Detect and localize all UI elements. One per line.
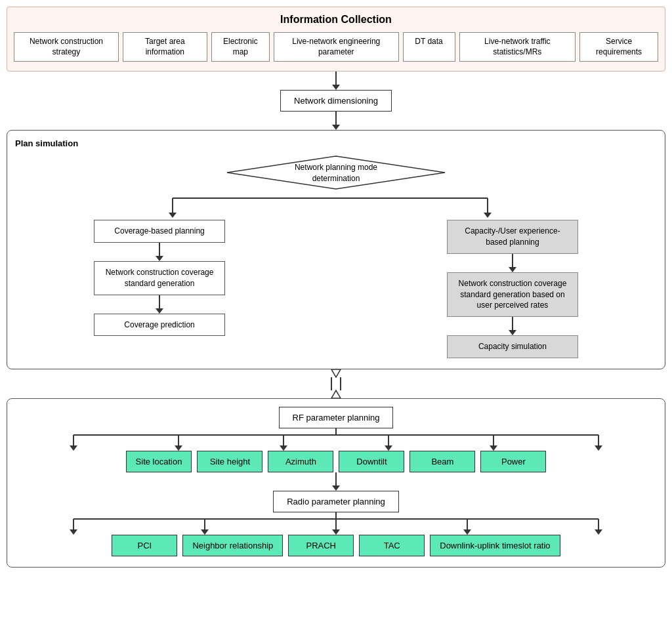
svg-marker-48	[332, 529, 340, 535]
info-box-3: Live-network engineering parameter	[274, 32, 399, 62]
svg-marker-52	[595, 529, 602, 535]
svg-marker-32	[280, 445, 287, 451]
svg-marker-40	[332, 486, 340, 491]
neighbor-relationship: Neighbor relationship	[182, 535, 283, 556]
info-boxes-row: Network construction strategy Target are…	[14, 32, 658, 62]
info-box-5: Live-network traffic statistics/MRs	[459, 32, 576, 62]
arrow-to-plan	[329, 112, 343, 130]
left-col: Coverage-based planning Network construc…	[15, 220, 304, 358]
info-box-0: Network construction strategy	[14, 32, 119, 62]
downtilt: Downtilt	[339, 451, 404, 472]
diamond-branches	[15, 198, 645, 218]
info-box-4: DT data	[403, 32, 455, 62]
arrow-right-2	[506, 317, 519, 335]
svg-marker-44	[70, 529, 77, 535]
prach: PRACH	[288, 535, 354, 556]
beam: Beam	[410, 451, 475, 472]
coverage-prediction: Coverage prediction	[94, 314, 225, 337]
svg-marker-4	[227, 156, 445, 189]
capacity-simulation: Capacity simulation	[447, 335, 578, 358]
rf-section: RF parameter planning	[7, 398, 665, 568]
coverage-std-user-rates: Network construction coverage standard g…	[447, 272, 578, 317]
plan-sim-cols: Coverage-based planning Network construc…	[15, 220, 657, 358]
svg-marker-16	[156, 308, 163, 314]
plan-simulation-section: Plan simulation Network planning mode de…	[7, 130, 665, 369]
right-col: Capacity-/User experience-based planning…	[368, 220, 657, 358]
arrow-to-dim	[329, 72, 343, 90]
diamond-container: Network planning mode determination	[15, 154, 657, 192]
svg-marker-28	[70, 445, 77, 451]
svg-marker-24	[331, 390, 341, 398]
power: Power	[480, 451, 546, 472]
svg-marker-12	[484, 213, 492, 218]
info-box-6: Service requirements	[579, 32, 658, 62]
radio-branch-svg	[21, 512, 651, 535]
svg-marker-36	[490, 445, 497, 451]
radio-param-planning: Radio parameter planning	[273, 491, 399, 512]
site-location: Site location	[126, 451, 192, 472]
rf-green-boxes: Site location Site height Azimuth Downti…	[126, 451, 547, 472]
section-title: Information Collection	[280, 14, 392, 26]
rf-branch-svg	[21, 428, 651, 451]
info-collection-section: Information Collection Network construct…	[7, 7, 665, 72]
svg-marker-18	[509, 267, 516, 272]
coverage-standard-gen: Network construction coverage standard g…	[94, 261, 225, 295]
svg-marker-21	[331, 369, 341, 377]
svg-marker-9	[169, 213, 177, 218]
rf-param-planning: RF parameter planning	[279, 407, 394, 428]
info-box-1: Target area information	[123, 32, 207, 62]
svg-text:determination: determination	[312, 174, 360, 183]
arrow-right-1	[506, 254, 519, 272]
radio-green-boxes: PCI Neighbor relationship PRACH TAC Down…	[112, 535, 560, 556]
svg-marker-50	[463, 529, 471, 535]
diamond-svg: Network planning mode determination	[224, 154, 448, 192]
arrow-to-radio	[329, 472, 343, 491]
svg-text:Network planning mode: Network planning mode	[295, 163, 377, 172]
info-box-2: Electronic map	[211, 32, 270, 62]
coverage-based-planning: Coverage-based planning	[94, 220, 225, 243]
capacity-user-exp: Capacity-/User experience-based planning	[447, 220, 578, 254]
svg-marker-1	[332, 85, 340, 90]
plan-sim-label: Plan simulation	[15, 138, 657, 148]
pci: PCI	[112, 535, 177, 556]
network-dimensioning-box: Network dimensioning	[280, 90, 392, 112]
svg-marker-3	[332, 125, 340, 130]
diagram: Information Collection Network construct…	[7, 7, 665, 568]
arrow-left-1	[153, 243, 166, 261]
svg-marker-38	[595, 445, 602, 451]
svg-marker-14	[156, 256, 163, 261]
downlink-uplink: Downlink-uplink timeslot ratio	[430, 535, 560, 556]
azimuth: Azimuth	[268, 451, 333, 472]
svg-marker-46	[201, 529, 209, 535]
svg-marker-30	[175, 445, 182, 451]
site-height: Site height	[197, 451, 262, 472]
svg-marker-34	[385, 445, 392, 451]
arrow-left-2	[153, 295, 166, 314]
double-arrow-svg	[320, 369, 352, 398]
tac: TAC	[359, 535, 425, 556]
svg-marker-20	[509, 330, 516, 335]
